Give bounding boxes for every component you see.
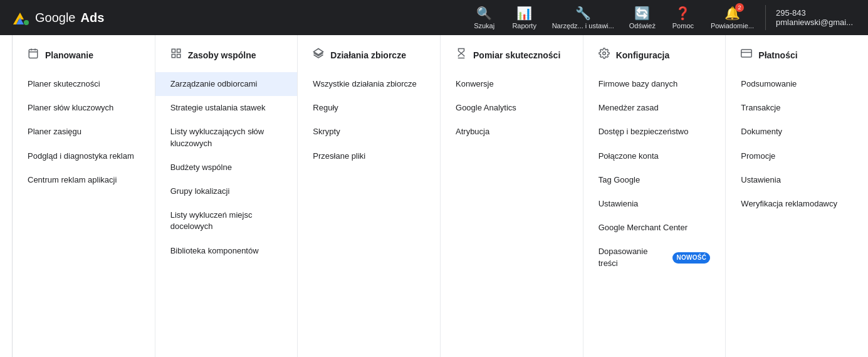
topbar-action-notifications[interactable]: 🔔2Powiadomie...	[704, 2, 760, 33]
svg-rect-10	[177, 49, 180, 52]
topbar-action-help[interactable]: ❓Pomoc	[664, 2, 702, 33]
menu-item-label-platnosci-2[interactable]: Dokumenty	[726, 120, 868, 144]
undefined-icon	[456, 48, 467, 62]
menu-column-konfiguracja: KonfiguracjaFirmowe bazy danychMenedżer …	[583, 35, 726, 357]
column-header-pomiar: Pomiar skuteczności	[441, 35, 583, 72]
column-header-label-platnosci: Płatności	[758, 50, 797, 60]
logo-ads: Ads	[81, 11, 105, 25]
refresh-label: Odśwież	[629, 22, 656, 29]
menu-item-label-platnosci-3[interactable]: Promocje	[726, 144, 868, 168]
menu-item-label-pomiar-2[interactable]: Atrybucja	[441, 120, 583, 144]
topbar-action-tools[interactable]: 🔧Narzędz... i ustawi...	[546, 2, 620, 33]
menu-columns: PlanowaniePlaner skutecznościPlaner słów…	[13, 35, 868, 357]
svg-rect-5	[29, 50, 38, 58]
refresh-icon: 🔄	[634, 6, 650, 21]
svg-rect-12	[177, 55, 180, 58]
menu-item-label-dzialania-3[interactable]: Przesłane pliki	[298, 144, 440, 168]
menu-item-label-zasoby-6[interactable]: Biblioteka komponentów	[155, 239, 298, 263]
column-header-platnosci: Płatności	[726, 35, 868, 72]
search-icon: 🔍	[476, 6, 492, 21]
menu-item-label-dzialania-0[interactable]: Wszystkie działania zbiorcze	[298, 72, 440, 96]
menu-item-label-konfiguracja-1[interactable]: Menedżer zasad	[583, 96, 726, 120]
topbar-action-search[interactable]: 🔍Szukaj	[466, 2, 503, 33]
menu-item-label-zasoby-2[interactable]: Listy wykluczających słów kluczowych	[155, 120, 298, 155]
column-header-label-zasoby: Zasoby wspólne	[188, 50, 256, 60]
topbar-action-reports[interactable]: 📊Raporty	[506, 2, 543, 33]
undefined-icon	[741, 48, 752, 62]
notifications-icon: 🔔2	[724, 6, 740, 21]
menu-item-label-zasoby-0[interactable]: Zarządzanie odbiorcami	[155, 72, 298, 96]
menu-item-with-badge-konfiguracja-7: Dopasowanie treściNOWOŚĆ	[599, 246, 711, 269]
menu-item-label-planowanie-0[interactable]: Planer skuteczności	[13, 72, 155, 96]
menu-item-konfiguracja-7[interactable]: Dopasowanie treściNOWOŚĆ	[583, 240, 726, 275]
menu-item-label-pomiar-1[interactable]: Google Analytics	[441, 96, 583, 120]
menu-item-label-zasoby-3[interactable]: Budżety wspólne	[155, 156, 298, 179]
main-layout: PlanowaniePlaner skutecznościPlaner słów…	[0, 35, 868, 357]
column-header-planowanie: Planowanie	[13, 35, 155, 72]
undefined-icon	[28, 48, 39, 62]
column-header-label-konfiguracja: Konfiguracja	[616, 50, 670, 60]
topbar-divider	[765, 5, 766, 30]
menu-item-label-konfiguracja-7: Dopasowanie treści	[599, 246, 668, 269]
menu-item-label-planowanie-3[interactable]: Podgląd i diagnostyka reklam	[13, 144, 155, 168]
menu-item-label-konfiguracja-6[interactable]: Google Merchant Center	[583, 216, 726, 240]
undefined-icon	[170, 48, 182, 62]
svg-point-3	[24, 20, 29, 25]
menu-item-label-platnosci-4[interactable]: Ustawienia	[726, 168, 868, 192]
column-header-zasoby: Zasoby wspólne	[155, 35, 298, 72]
help-label: Pomoc	[672, 22, 694, 29]
topbar-action-refresh[interactable]: 🔄Odśwież	[623, 2, 662, 33]
svg-rect-15	[741, 50, 752, 57]
menu-item-label-platnosci-5[interactable]: Weryfikacja reklamodawcy	[726, 192, 868, 216]
menu-item-label-konfiguracja-4[interactable]: Tag Google	[583, 168, 726, 192]
topbar-user: 295-843 pmlaniewski@gmai...	[771, 8, 858, 27]
svg-point-14	[602, 52, 605, 55]
menu-item-label-dzialania-1[interactable]: Reguły	[298, 96, 440, 120]
help-icon: ❓	[675, 6, 691, 21]
menu-item-label-zasoby-4[interactable]: Grupy lokalizacji	[155, 179, 298, 203]
undefined-icon	[313, 48, 324, 62]
google-ads-logo-icon	[10, 8, 30, 28]
user-id: 295-843	[776, 8, 853, 18]
column-header-label-planowanie: Planowanie	[45, 50, 93, 60]
topbar: Google Ads 🔍Szukaj📊Raporty🔧Narzędz... i …	[0, 0, 868, 35]
menu-item-label-konfiguracja-2[interactable]: Dostęp i bezpieczeństwo	[583, 120, 726, 144]
svg-rect-11	[172, 55, 175, 58]
column-header-label-pomiar: Pomiar skuteczności	[473, 50, 560, 60]
menu-item-label-konfiguracja-3[interactable]: Połączone konta	[583, 144, 726, 168]
menu-item-label-planowanie-1[interactable]: Planer słów kluczowych	[13, 96, 155, 120]
menu-item-label-konfiguracja-5[interactable]: Ustawienia	[583, 192, 726, 216]
column-header-konfiguracja: Konfiguracja	[583, 35, 726, 72]
topbar-actions: 🔍Szukaj📊Raporty🔧Narzędz... i ustawi...🔄O…	[466, 2, 760, 33]
logo-google: Google	[35, 11, 76, 25]
notifications-badge: 2	[735, 3, 744, 12]
search-label: Szukaj	[474, 22, 494, 29]
menu-column-planowanie: PlanowaniePlaner skutecznościPlaner słów…	[13, 35, 155, 357]
tools-label: Narzędz... i ustawi...	[552, 22, 614, 29]
menu-item-label-platnosci-1[interactable]: Transakcje	[726, 96, 868, 120]
menu-column-pomiar: Pomiar skutecznościKonwersjeGoogle Analy…	[441, 35, 583, 357]
tools-icon: 🔧	[575, 6, 591, 21]
menu-item-new-badge-konfiguracja-7: NOWOŚĆ	[672, 252, 710, 264]
menu-item-label-zasoby-5[interactable]: Listy wykluczeń miejsc docelowych	[155, 203, 298, 238]
column-header-dzialania: Działania zbiorcze	[298, 35, 440, 72]
menu-item-label-zasoby-1[interactable]: Strategie ustalania stawek	[155, 96, 298, 120]
menu-column-dzialania: Działania zbiorczeWszystkie działania zb…	[298, 35, 441, 357]
undefined-icon	[599, 48, 610, 62]
logo: Google Ads	[10, 8, 104, 28]
column-header-label-dzialania: Działania zbiorcze	[330, 50, 406, 60]
menu-item-label-platnosci-0[interactable]: Podsumowanie	[726, 72, 868, 96]
svg-rect-9	[172, 49, 175, 52]
menu-item-label-pomiar-0[interactable]: Konwersje	[441, 72, 583, 96]
menu-column-zasoby: Zasoby wspólneZarządzanie odbiorcamiStra…	[155, 35, 298, 357]
menu-item-label-planowanie-4[interactable]: Centrum reklam aplikacji	[13, 168, 155, 192]
reports-icon: 📊	[516, 6, 532, 21]
reports-label: Raporty	[512, 22, 536, 29]
left-sidebar-strip	[0, 35, 13, 357]
user-email: pmlaniewski@gmai...	[776, 18, 853, 27]
menu-item-label-planowanie-2[interactable]: Planer zasięgu	[13, 120, 155, 144]
notifications-label: Powiadomie...	[711, 22, 754, 29]
menu-item-label-konfiguracja-0[interactable]: Firmowe bazy danych	[583, 72, 726, 96]
menu-overlay: PlanowaniePlaner skutecznościPlaner słów…	[13, 35, 868, 357]
menu-item-label-dzialania-2[interactable]: Skrypty	[298, 120, 440, 144]
